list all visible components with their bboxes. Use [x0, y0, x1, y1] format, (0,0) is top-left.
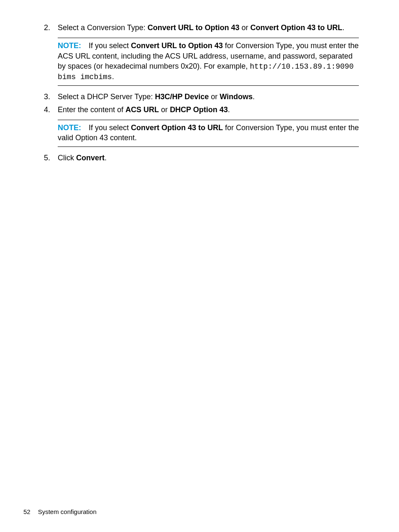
step-2: 2. Select a Conversion Type: Convert URL…: [40, 23, 359, 89]
text-fragment: .: [343, 23, 345, 32]
page-footer: 52System configuration: [23, 508, 97, 516]
step-number: 4.: [40, 105, 58, 150]
footer-title: System configuration: [38, 508, 97, 515]
step-body: Click Convert.: [58, 153, 359, 163]
note-label: NOTE:: [58, 41, 81, 50]
text-fragment: .: [112, 72, 114, 81]
step-5: 5. Click Convert.: [40, 153, 359, 163]
text-fragment: If you select: [89, 123, 131, 132]
text-fragment: If you select: [89, 41, 131, 50]
step-body: Select a Conversion Type: Convert URL to…: [58, 23, 359, 89]
text-fragment: .: [228, 105, 230, 114]
text-fragment: or: [239, 23, 250, 32]
text-fragment: Select a DHCP Server Type:: [58, 93, 155, 101]
step-3: 3. Select a DHCP Server Type: H3C/HP Dev…: [40, 92, 359, 102]
main-content: 2. Select a Conversion Type: Convert URL…: [0, 0, 399, 163]
text-fragment: or: [209, 93, 220, 101]
note-box: NOTE:If you select Convert Option 43 to …: [58, 120, 359, 147]
step-text: Select a Conversion Type: Convert URL to…: [58, 23, 359, 33]
text-fragment: or: [159, 105, 170, 114]
text-fragment: .: [105, 154, 107, 162]
step-text: Enter the content of ACS URL or DHCP Opt…: [58, 105, 359, 115]
bold-text: H3C/HP Device: [155, 93, 209, 101]
step-body: Enter the content of ACS URL or DHCP Opt…: [58, 105, 359, 150]
bold-text: DHCP Option 43: [170, 105, 228, 114]
bold-text: Convert: [76, 154, 105, 162]
page-number: 52: [23, 508, 31, 515]
text-fragment: Select a Conversion Type:: [58, 23, 148, 32]
bold-text: Windows: [220, 93, 253, 101]
step-number: 3.: [40, 92, 58, 102]
step-4: 4. Enter the content of ACS URL or DHCP …: [40, 105, 359, 150]
step-number: 5.: [40, 153, 58, 163]
note-box: NOTE:If you select Convert URL to Option…: [58, 38, 359, 86]
note-label: NOTE:: [58, 123, 81, 132]
text-fragment: Click: [58, 154, 76, 162]
bold-text: ACS URL: [125, 105, 159, 114]
step-body: Select a DHCP Server Type: H3C/HP Device…: [58, 92, 359, 102]
step-list: 2. Select a Conversion Type: Convert URL…: [40, 23, 359, 163]
step-number: 2.: [40, 23, 58, 89]
text-fragment: Enter the content of: [58, 105, 125, 114]
bold-text: Convert URL to Option 43: [131, 41, 223, 50]
text-fragment: .: [253, 93, 255, 101]
bold-text: Convert Option 43 to URL: [131, 123, 223, 132]
bold-text: Convert Option 43 to URL: [251, 23, 343, 32]
bold-text: Convert URL to Option 43: [148, 23, 240, 32]
